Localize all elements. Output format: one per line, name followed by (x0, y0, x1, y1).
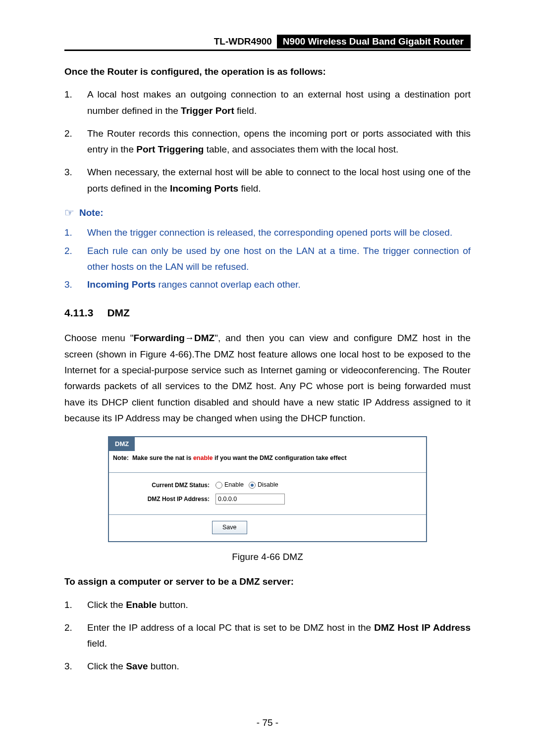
list-item: 3. Click the Save button. (64, 658, 471, 674)
figure-caption: Figure 4-66 DMZ (64, 549, 471, 565)
step-text: A local host makes an outgoing connectio… (87, 87, 471, 119)
dmz-note: Note: Make sure the nat is enable if you… (109, 451, 426, 473)
page-header: TL-WDR4900 N900 Wireless Dual Band Gigab… (64, 35, 471, 51)
step-number: 2. (64, 126, 87, 158)
page: TL-WDR4900 N900 Wireless Dual Band Gigab… (0, 0, 535, 756)
step-number: 3. (64, 658, 87, 674)
section-title: DMZ (107, 307, 130, 318)
step-number: 1. (64, 87, 87, 119)
radio-label: Enable (224, 480, 244, 490)
list-item: 3. When necessary, the external host wil… (64, 164, 471, 197)
pointing-hand-icon: ☞ (64, 203, 74, 222)
dmz-ip-row: DMZ Host IP Address: 0.0.0.0 (113, 494, 422, 504)
product-name: N900 Wireless Dual Band Gigabit Router (277, 35, 471, 49)
list-item: 1. Click the Enable button. (64, 597, 471, 613)
dmz-ip-input[interactable]: 0.0.0.0 (215, 494, 285, 504)
dmz-tab: DMZ (109, 437, 426, 451)
page-number: - 75 - (0, 717, 535, 728)
list-item: 3. Incoming Ports ranges cannot overlap … (64, 277, 471, 293)
step-text: Click the Enable button. (87, 597, 471, 613)
radio-icon (249, 482, 256, 489)
operation-intro: Once the Router is configured, the opera… (64, 64, 471, 80)
enable-radio[interactable]: Enable (215, 480, 244, 490)
step-number: 3. (64, 277, 87, 293)
list-item: 2. Each rule can only be used by one hos… (64, 243, 471, 275)
note-text: Incoming Ports ranges cannot overlap eac… (87, 277, 471, 293)
page-content: Once the Router is configured, the opera… (64, 64, 471, 675)
step-text: When necessary, the external host will b… (87, 164, 471, 197)
step-number: 2. (64, 620, 87, 652)
step-text: Click the Save button. (87, 658, 471, 674)
dmz-paragraph: Choose menu "Forwarding→DMZ", and then y… (64, 330, 471, 426)
note-heading: ☞ Note: (64, 203, 471, 222)
note-label: Note: (79, 205, 104, 221)
save-button[interactable]: Save (212, 521, 247, 534)
step-number: 1. (64, 225, 87, 241)
note-text: Each rule can only be used by one host o… (87, 243, 471, 275)
list-item: 1. When the trigger connection is releas… (64, 225, 471, 241)
dmz-panel: DMZ Note: Make sure the nat is enable if… (108, 436, 427, 542)
dmz-body: Current DMZ Status: Enable Disable DMZ H… (109, 473, 426, 514)
assign-title: To assign a computer or server to be a D… (64, 574, 471, 590)
step-text: The Router records this connection, open… (87, 126, 471, 158)
section-heading: 4.11.3DMZ (64, 304, 471, 322)
step-number: 2. (64, 243, 87, 275)
disable-radio[interactable]: Disable (249, 480, 278, 490)
dmz-status-label: Current DMZ Status: (113, 480, 215, 490)
assign-steps: 1. Click the Enable button. 2. Enter the… (64, 597, 471, 675)
list-item: 2. Enter the IP address of a local PC th… (64, 620, 471, 652)
model-number: TL-WDR4900 (214, 36, 277, 47)
note-list: 1. When the trigger connection is releas… (64, 225, 471, 293)
list-item: 1. A local host makes an outgoing connec… (64, 87, 471, 119)
note-text: When the trigger connection is released,… (87, 225, 471, 241)
step-text: Enter the IP address of a local PC that … (87, 620, 471, 652)
section-number: 4.11.3 (64, 307, 93, 318)
dmz-status-row: Current DMZ Status: Enable Disable (113, 480, 422, 490)
step-number: 1. (64, 597, 87, 613)
radio-icon (215, 482, 222, 489)
dmz-footer: Save (109, 515, 426, 541)
operation-steps: 1. A local host makes an outgoing connec… (64, 87, 471, 197)
dmz-ip-label: DMZ Host IP Address: (113, 494, 215, 504)
radio-label: Disable (258, 480, 278, 490)
step-number: 3. (64, 164, 87, 197)
list-item: 2. The Router records this connection, o… (64, 126, 471, 158)
